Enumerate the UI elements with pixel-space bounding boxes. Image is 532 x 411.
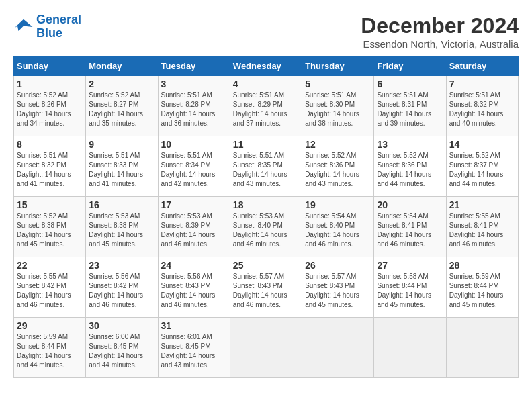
day-number: 18 [233,199,299,210]
day-number: 7 [449,79,515,89]
calendar-week-row: 8 Sunrise: 5:51 AM Sunset: 8:32 PM Dayli… [14,136,519,197]
calendar-week-row: 1 Sunrise: 5:52 AM Sunset: 8:26 PM Dayli… [14,76,519,136]
col-saturday: Saturday [446,57,518,76]
table-row: 3 Sunrise: 5:51 AM Sunset: 8:28 PM Dayli… [158,76,230,136]
logo-line2: Blue [36,27,81,40]
table-row [446,318,518,378]
day-number: 16 [89,199,154,210]
day-info: Sunrise: 5:53 AM Sunset: 8:40 PM Dayligh… [233,212,299,249]
day-number: 15 [17,199,83,210]
day-info: Sunrise: 5:52 AM Sunset: 8:36 PM Dayligh… [377,151,443,189]
day-number: 5 [305,79,371,89]
table-row: 10 Sunrise: 5:51 AM Sunset: 8:34 PM Dayl… [158,136,230,197]
day-info: Sunrise: 5:51 AM Sunset: 8:28 PM Dayligh… [161,91,227,128]
table-row: 13 Sunrise: 5:52 AM Sunset: 8:36 PM Dayl… [374,136,446,197]
day-info: Sunrise: 5:53 AM Sunset: 8:39 PM Dayligh… [161,212,227,249]
day-number: 31 [161,320,227,331]
day-info: Sunrise: 5:51 AM Sunset: 8:35 PM Dayligh… [233,151,299,189]
col-wednesday: Wednesday [230,57,302,76]
day-number: 28 [449,260,515,271]
table-row: 25 Sunrise: 5:57 AM Sunset: 8:43 PM Dayl… [230,257,302,318]
day-info: Sunrise: 5:51 AM Sunset: 8:33 PM Dayligh… [89,151,154,189]
day-number: 13 [377,139,443,150]
svg-marker-0 [15,19,33,31]
day-number: 27 [377,260,443,271]
day-info: Sunrise: 5:51 AM Sunset: 8:31 PM Dayligh… [377,91,443,128]
day-number: 12 [305,139,371,150]
table-row: 23 Sunrise: 5:56 AM Sunset: 8:42 PM Dayl… [86,257,158,318]
calendar-week-row: 15 Sunrise: 5:52 AM Sunset: 8:38 PM Dayl… [14,197,519,257]
day-info: Sunrise: 5:52 AM Sunset: 8:36 PM Dayligh… [305,151,371,189]
table-row: 31 Sunrise: 6:01 AM Sunset: 8:45 PM Dayl… [158,318,230,378]
table-row: 8 Sunrise: 5:51 AM Sunset: 8:32 PM Dayli… [14,136,86,197]
calendar-week-row: 22 Sunrise: 5:55 AM Sunset: 8:42 PM Dayl… [14,257,519,318]
table-row [230,318,302,378]
logo-line1: General [36,13,81,26]
calendar-header-row: Sunday Monday Tuesday Wednesday Thursday… [14,57,519,76]
day-number: 21 [449,199,515,210]
table-row: 26 Sunrise: 5:57 AM Sunset: 8:43 PM Dayl… [302,257,374,318]
logo: General Blue [13,13,81,40]
table-row: 24 Sunrise: 5:56 AM Sunset: 8:43 PM Dayl… [158,257,230,318]
day-info: Sunrise: 5:54 AM Sunset: 8:40 PM Dayligh… [305,212,371,249]
day-info: Sunrise: 5:53 AM Sunset: 8:38 PM Dayligh… [89,212,154,249]
day-number: 23 [89,260,154,271]
day-info: Sunrise: 5:57 AM Sunset: 8:43 PM Dayligh… [233,272,299,310]
day-number: 22 [17,260,83,271]
day-number: 17 [161,199,227,210]
logo-text: General Blue [36,13,81,40]
table-row: 15 Sunrise: 5:52 AM Sunset: 8:38 PM Dayl… [14,197,86,257]
day-info: Sunrise: 5:51 AM Sunset: 8:34 PM Dayligh… [161,151,227,189]
day-info: Sunrise: 5:51 AM Sunset: 8:32 PM Dayligh… [17,151,83,189]
table-row: 14 Sunrise: 5:52 AM Sunset: 8:37 PM Dayl… [446,136,518,197]
day-number: 20 [377,199,443,210]
day-info: Sunrise: 5:51 AM Sunset: 8:30 PM Dayligh… [305,91,371,128]
day-info: Sunrise: 6:00 AM Sunset: 8:45 PM Dayligh… [89,332,154,370]
day-info: Sunrise: 5:56 AM Sunset: 8:42 PM Dayligh… [89,272,154,310]
day-number: 25 [233,260,299,271]
day-number: 2 [89,79,154,89]
day-info: Sunrise: 5:52 AM Sunset: 8:26 PM Dayligh… [17,91,83,128]
day-info: Sunrise: 5:59 AM Sunset: 8:44 PM Dayligh… [17,332,83,370]
table-row: 7 Sunrise: 5:51 AM Sunset: 8:32 PM Dayli… [446,76,518,136]
day-number: 4 [233,79,299,89]
col-thursday: Thursday [302,57,374,76]
title-block: December 2024 Essendon North, Victoria, … [361,13,519,50]
day-number: 10 [161,139,227,150]
day-number: 29 [17,320,83,331]
day-info: Sunrise: 5:52 AM Sunset: 8:37 PM Dayligh… [449,151,515,189]
calendar-week-row: 29 Sunrise: 5:59 AM Sunset: 8:44 PM Dayl… [14,318,519,378]
day-info: Sunrise: 5:51 AM Sunset: 8:32 PM Dayligh… [449,91,515,128]
table-row: 17 Sunrise: 5:53 AM Sunset: 8:39 PM Dayl… [158,197,230,257]
table-row: 2 Sunrise: 5:52 AM Sunset: 8:27 PM Dayli… [86,76,158,136]
calendar-subtitle: Essendon North, Victoria, Australia [361,38,519,50]
table-row: 16 Sunrise: 5:53 AM Sunset: 8:38 PM Dayl… [86,197,158,257]
table-row: 18 Sunrise: 5:53 AM Sunset: 8:40 PM Dayl… [230,197,302,257]
calendar-title: December 2024 [361,13,519,38]
day-info: Sunrise: 5:52 AM Sunset: 8:27 PM Dayligh… [89,91,154,128]
table-row: 5 Sunrise: 5:51 AM Sunset: 8:30 PM Dayli… [302,76,374,136]
day-info: Sunrise: 5:56 AM Sunset: 8:43 PM Dayligh… [161,272,227,310]
day-number: 30 [89,320,154,331]
table-row: 21 Sunrise: 5:55 AM Sunset: 8:41 PM Dayl… [446,197,518,257]
table-row [374,318,446,378]
col-sunday: Sunday [14,57,86,76]
table-row: 30 Sunrise: 6:00 AM Sunset: 8:45 PM Dayl… [86,318,158,378]
table-row: 19 Sunrise: 5:54 AM Sunset: 8:40 PM Dayl… [302,197,374,257]
table-row: 12 Sunrise: 5:52 AM Sunset: 8:36 PM Dayl… [302,136,374,197]
table-row: 11 Sunrise: 5:51 AM Sunset: 8:35 PM Dayl… [230,136,302,197]
day-info: Sunrise: 5:52 AM Sunset: 8:38 PM Dayligh… [17,212,83,249]
day-number: 1 [17,79,83,89]
day-number: 24 [161,260,227,271]
day-number: 3 [161,79,227,89]
day-number: 11 [233,139,299,150]
day-info: Sunrise: 5:54 AM Sunset: 8:41 PM Dayligh… [377,212,443,249]
day-number: 26 [305,260,371,271]
col-tuesday: Tuesday [158,57,230,76]
day-info: Sunrise: 5:57 AM Sunset: 8:43 PM Dayligh… [305,272,371,310]
table-row: 9 Sunrise: 5:51 AM Sunset: 8:33 PM Dayli… [86,136,158,197]
table-row: 27 Sunrise: 5:58 AM Sunset: 8:44 PM Dayl… [374,257,446,318]
day-number: 14 [449,139,515,150]
day-info: Sunrise: 5:55 AM Sunset: 8:42 PM Dayligh… [17,272,83,310]
table-row: 28 Sunrise: 5:59 AM Sunset: 8:44 PM Dayl… [446,257,518,318]
